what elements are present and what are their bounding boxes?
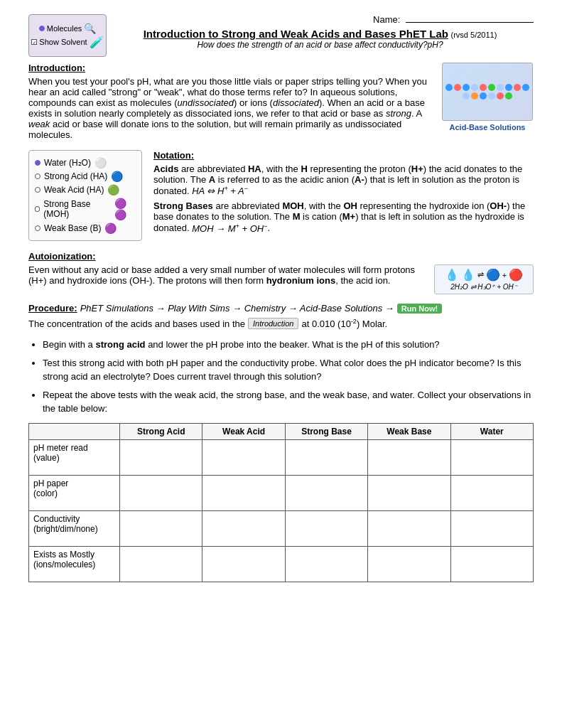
procedure-path-line: Procedure: PhET Simulations → Play With … [28, 303, 534, 314]
autoionization-content: Even without any acid or base added a ve… [28, 264, 534, 294]
cell-exists-weak-acid [202, 546, 285, 582]
strong-base-icon: 🟣🟣 [114, 198, 136, 220]
cell-paper-weak-acid [202, 475, 285, 510]
cell-exists-weak-base [368, 546, 450, 582]
strong-text: strong [386, 108, 411, 119]
name-field [406, 22, 534, 23]
hydroxide-mol: 🔴 [509, 268, 523, 282]
undissociated-text: undissociated [178, 97, 234, 108]
cell-ph-water [450, 439, 533, 475]
introduction-badge[interactable]: Introduction [248, 318, 298, 329]
water-mol1: 💧 [445, 268, 459, 282]
bullet-list: Begin with a strong acid and lower the p… [43, 338, 534, 416]
mol-orange1 [471, 92, 478, 100]
auto-text: Even without any acid or base added a ve… [28, 264, 426, 286]
hydronium-bold: hydronium ions [266, 275, 336, 286]
sim-preview [442, 63, 533, 121]
h-bold: H [301, 164, 307, 174]
col-header-water: Water [450, 423, 533, 439]
acid-base-label: Acid-Base Solutions [450, 123, 526, 132]
mol-green1 [488, 84, 495, 91]
water-label: Water (H₂O) [44, 158, 91, 168]
concentration-text1: The concentration of the acids and bases… [28, 318, 245, 329]
cell-exists-strong-base [285, 546, 367, 582]
row-label-ph-paper: pH paper(color) [29, 475, 120, 510]
radio-strong-base [35, 206, 40, 212]
radio-strong-acid [35, 173, 40, 179]
moh-bold: MOH [282, 200, 303, 211]
weak-acid-label: Weak Acid (HA) [44, 185, 104, 195]
mol-blue5 [480, 92, 487, 100]
run-now-button[interactable]: Run Now! [397, 304, 442, 314]
acid-base-image: Acid-Base Solutions [441, 63, 534, 140]
mol-blue2 [463, 84, 470, 91]
procedure-heading: Procedure: [28, 303, 77, 314]
acids-bold: Acids [153, 164, 178, 174]
table-row-ph-paper: pH paper(color) [29, 475, 534, 510]
weak-base-icon: 🟣 [104, 223, 117, 234]
cell-cond-strong-acid [120, 510, 202, 546]
radio-weak-base [35, 225, 40, 231]
bullet-2: Test this strong acid with both pH paper… [43, 356, 534, 384]
cell-cond-strong-base [285, 510, 367, 546]
col-header-weak-acid: Weak Acid [202, 423, 285, 439]
oh-minus-bold: OH- [490, 200, 507, 211]
intro-paragraph: When you test your pool's pH, what are y… [28, 76, 433, 140]
table-header-row: Strong Acid Weak Acid Strong Base Weak B… [29, 423, 534, 439]
mol-blue1 [445, 84, 453, 91]
weak-text: weak [28, 119, 50, 129]
mol-ltblue3 [463, 92, 470, 100]
auto-arrow: ⇌ [477, 270, 484, 279]
main-title: Introduction to Strong and Weak Acids an… [144, 28, 448, 40]
title-block: Name: Introduction to Strong and Weak Ac… [107, 14, 534, 50]
mol-ltblue2 [497, 84, 504, 91]
table-row-ph-meter: pH meter read(value) [29, 439, 534, 475]
radio-molecules [39, 26, 45, 31]
molecules-label: Molecules [47, 24, 82, 33]
cell-exists-water [450, 546, 533, 582]
mol-green2 [505, 92, 512, 100]
col-header-empty [29, 423, 120, 439]
bullet-1: Begin with a strong acid and lower the p… [43, 338, 534, 352]
formula2: MOH → M+ + OH− [192, 223, 267, 234]
mol-ltblue1 [471, 84, 478, 91]
row-label-exists: Exists as Mostly(ions/molecules) [29, 546, 120, 582]
auto-formula: 2H₂O ⇌ H₃O⁺ + OH⁻ [450, 283, 517, 291]
data-table: Strong Acid Weak Acid Strong Base Weak B… [28, 423, 534, 582]
mol-ltblue4 [488, 92, 495, 100]
formula1: HA ⇔ H+ + A− [192, 186, 248, 196]
autoionization-section: Autoionization: Even without any acid or… [28, 251, 534, 294]
notation-strong-acid: Strong Acid (HA) 🔵 [35, 171, 136, 182]
dissociated-text: dissociated [273, 97, 319, 108]
mol-red1 [454, 84, 461, 91]
row-label-ph-meter: pH meter read(value) [29, 439, 120, 475]
col-header-weak-base: Weak Base [368, 423, 450, 439]
table-row-exists: Exists as Mostly(ions/molecules) [29, 546, 534, 582]
intro-text: Introduction: When you test your pool's … [28, 63, 433, 140]
cell-paper-strong-base [285, 475, 367, 510]
notation-strong-base: Strong Base (MOH) 🟣🟣 [35, 198, 136, 220]
notation-heading: Notation: [153, 150, 534, 161]
autoionization-image: 💧 💧 ⇌ 🔵 + 🔴 2H₂O ⇌ H₃O⁺ + OH⁻ [434, 264, 534, 294]
m-bold: M [293, 211, 301, 222]
strong-acid-bullet: strong acid [95, 339, 145, 350]
header: Molecules 🔍 ✓ Show Solvent 🧪 Name: Intro… [28, 14, 534, 57]
notation-water: Water (H₂O) ⚪ [35, 157, 136, 168]
autoionization-heading: Autoionization: [28, 251, 534, 262]
notation-right-panel: Notation: Acids are abbreviated HA, with… [153, 150, 534, 234]
cell-paper-strong-acid [120, 475, 202, 510]
revision: (rvsd 5/2011) [451, 31, 497, 39]
notation-acids-paragraph: Acids are abbreviated HA, with the H rep… [153, 164, 534, 196]
cell-paper-water [450, 475, 533, 510]
bullet-3: Repeat the above tests with the weak aci… [43, 388, 534, 416]
water-molecule-icon: ⚪ [94, 157, 107, 168]
strong-bases-bold: Strong Bases [153, 200, 213, 211]
a-bold: A [209, 174, 215, 185]
notation-bases-paragraph: Strong Bases are abbreviated MOH, with t… [153, 200, 534, 233]
cell-ph-strong-acid [120, 439, 202, 475]
checkbox-solvent: ✓ [31, 39, 37, 45]
sim-molecules-display [443, 81, 532, 102]
h-plus-bold: H+ [411, 164, 423, 174]
col-header-strong-acid: Strong Acid [120, 423, 202, 439]
ha-bold: HA [248, 164, 261, 174]
